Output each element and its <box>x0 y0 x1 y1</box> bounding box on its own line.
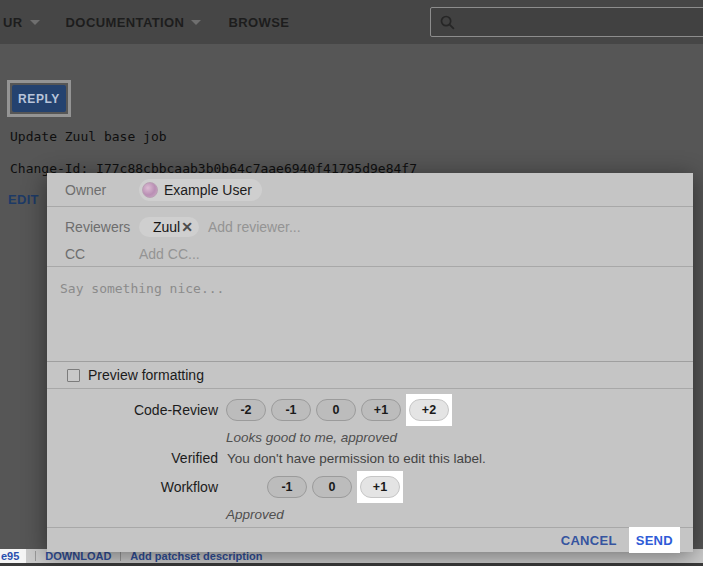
patchset-ref-link[interactable]: e95 <box>0 549 26 563</box>
code-review-plus2-button[interactable]: +2 <box>409 399 449 421</box>
cc-row: CC Add CC... <box>47 240 693 267</box>
workflow-label: Workflow <box>47 479 218 495</box>
commit-message-title: Update Zuul base job <box>10 129 167 144</box>
workflow-buttons: -1 0 +1 <box>267 471 403 503</box>
add-reviewer-input[interactable]: Add reviewer... <box>208 219 301 235</box>
verified-row: Verified You don't have permission to ed… <box>47 447 693 469</box>
reply-button[interactable]: REPLY <box>12 85 66 112</box>
reviewers-row: Reviewers Zuul ✕ Add reviewer... <box>47 213 693 240</box>
code-review-buttons: -2 -1 0 +1 +2 <box>226 394 452 426</box>
owner-row: Owner Example User <box>47 173 693 207</box>
code-review-hint: Looks good to me, approved <box>226 428 693 447</box>
workflow-zero-button[interactable]: 0 <box>312 476 352 498</box>
dialog-actions: CANCEL SEND <box>47 527 693 552</box>
code-review-label: Code-Review <box>47 402 218 418</box>
reviewers-section: Reviewers Zuul ✕ Add reviewer... CC Add … <box>47 207 693 267</box>
nav-item-browse[interactable]: BROWSE <box>228 15 289 30</box>
verified-label: Verified <box>47 450 218 466</box>
verified-permission-message: You don't have permission to edit this l… <box>227 451 486 466</box>
workflow-row: Workflow -1 0 +1 <box>47 469 693 505</box>
send-button-highlight: SEND <box>629 527 680 553</box>
search-icon <box>439 14 456 31</box>
avatar <box>142 182 158 198</box>
workflow-plus1-highlight: +1 <box>357 471 403 503</box>
workflow-minus1-button[interactable]: -1 <box>267 476 307 498</box>
preview-formatting-row: Preview formatting <box>47 362 693 389</box>
owner-chip[interactable]: Example User <box>139 179 262 201</box>
divider <box>35 551 36 561</box>
workflow-hint: Approved <box>226 505 693 524</box>
divider <box>120 551 121 561</box>
workflow-plus1-button[interactable]: +1 <box>360 476 400 498</box>
nav-item-label: UR <box>3 15 23 30</box>
code-review-plus2-highlight: +2 <box>406 394 452 426</box>
nav-item-label: DOCUMENTATION <box>66 15 185 30</box>
code-review-row: Code-Review -2 -1 0 +1 +2 <box>47 392 693 428</box>
code-review-minus1-button[interactable]: -1 <box>271 399 311 421</box>
chevron-down-icon <box>30 20 40 25</box>
nav-item-ur[interactable]: UR <box>3 15 40 30</box>
reply-button-focus-ring: REPLY <box>7 80 71 117</box>
nav-item-label: BROWSE <box>228 15 289 30</box>
code-review-plus1-button[interactable]: +1 <box>361 399 401 421</box>
owner-chip-label: Example User <box>164 182 252 198</box>
add-cc-input[interactable]: Add CC... <box>139 246 200 262</box>
cc-label: CC <box>47 246 139 262</box>
edit-link[interactable]: EDIT <box>8 192 39 207</box>
code-review-zero-button[interactable]: 0 <box>316 399 356 421</box>
chevron-down-icon <box>191 20 201 25</box>
top-header: UR DOCUMENTATION BROWSE <box>0 0 703 44</box>
reviewer-chip-zuul[interactable]: Zuul ✕ <box>139 217 199 237</box>
nav-item-documentation[interactable]: DOCUMENTATION <box>66 15 202 30</box>
remove-reviewer-icon[interactable]: ✕ <box>181 219 193 235</box>
preview-formatting-checkbox[interactable] <box>67 369 80 382</box>
owner-label: Owner <box>47 182 139 198</box>
reviewers-label: Reviewers <box>47 219 139 235</box>
preview-formatting-label: Preview formatting <box>88 367 204 383</box>
reviewer-chip-label: Zuul <box>153 219 180 235</box>
reply-dialog: Owner Example User Reviewers Zuul ✕ Add … <box>47 173 693 552</box>
reply-message-textarea[interactable]: Say something nice... <box>47 267 693 362</box>
cancel-button[interactable]: CANCEL <box>561 533 617 548</box>
send-button[interactable]: SEND <box>636 533 673 548</box>
code-review-minus2-button[interactable]: -2 <box>226 399 266 421</box>
search-input[interactable] <box>430 7 703 37</box>
labels-scoring-section: Code-Review -2 -1 0 +1 +2 Looks good to … <box>47 389 693 523</box>
